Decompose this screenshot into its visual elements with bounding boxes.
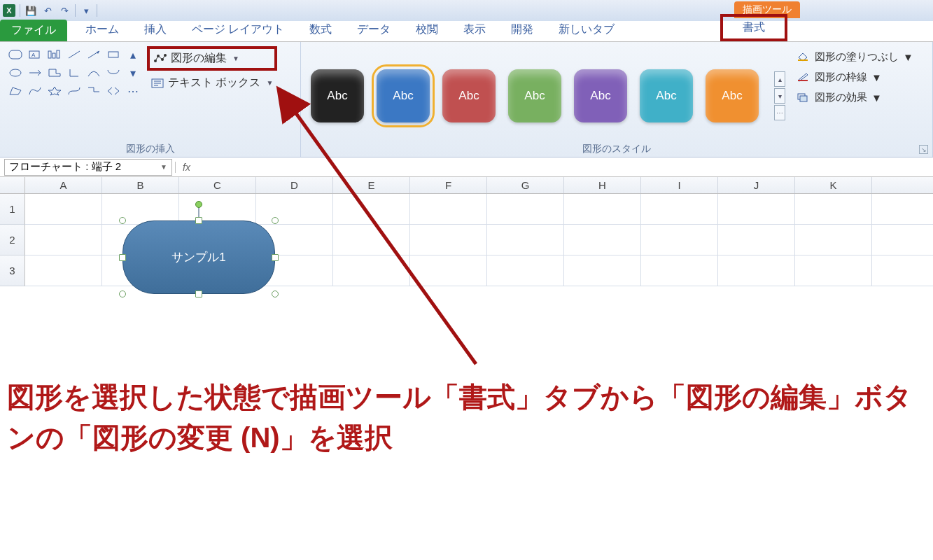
cell[interactable] [333,194,410,224]
cell[interactable] [718,225,795,255]
cell[interactable] [179,194,256,224]
cell[interactable] [102,194,179,224]
cell[interactable] [25,255,102,286]
resize-handle[interactable] [119,254,126,261]
column-header[interactable]: I [641,177,718,193]
shape-icon[interactable] [85,66,102,80]
tab-view[interactable]: 表示 [463,19,486,41]
cell[interactable] [641,255,718,286]
shape-style-item[interactable]: Abc [640,69,693,122]
cell[interactable] [795,225,872,255]
shape-icon[interactable] [85,84,102,98]
shape-icon[interactable] [66,48,83,62]
shape-style-item[interactable]: Abc [574,69,627,122]
column-header[interactable]: D [256,177,333,193]
column-header[interactable]: F [410,177,487,193]
resize-handle[interactable] [119,290,126,298]
shape-icon[interactable] [105,48,122,62]
save-icon[interactable]: 💾 [24,4,37,17]
cell[interactable] [410,194,487,224]
column-header[interactable]: C [179,177,256,193]
cell[interactable] [487,225,564,255]
cell[interactable] [333,225,410,255]
cell[interactable] [564,194,641,224]
shape-icon[interactable] [105,66,122,80]
shape-icon[interactable] [66,84,83,98]
cell[interactable] [333,255,410,286]
fx-icon[interactable]: fx [183,162,190,173]
tab-page-layout[interactable]: ページ レイアウト [192,19,284,41]
cell[interactable] [641,225,718,255]
column-header[interactable]: H [564,177,641,193]
worksheet-grid[interactable]: 123 サンプル1 [0,194,933,286]
shape-icon[interactable] [66,66,83,80]
tab-review[interactable]: 校閲 [416,19,438,41]
shape-icon[interactable] [46,48,63,62]
shape-icon[interactable] [46,84,63,98]
rotate-handle-icon[interactable] [195,201,202,208]
tab-developer[interactable]: 開発 [511,19,533,41]
cell[interactable] [564,225,641,255]
cell[interactable] [718,194,795,224]
shape-icon[interactable] [105,84,122,98]
shape-icon[interactable] [27,84,43,98]
cell[interactable] [25,194,102,224]
tab-data[interactable]: データ [357,19,391,41]
qat-more-icon[interactable]: ▾ [80,4,92,17]
tab-format[interactable]: 書式 [720,14,787,41]
column-header[interactable]: B [102,177,179,193]
cell[interactable] [410,255,487,286]
resize-handle[interactable] [272,217,279,224]
row-header[interactable]: 1 [0,194,25,225]
gallery-more-icon[interactable]: ⋯ [125,84,141,98]
cell[interactable] [256,194,333,224]
cell[interactable] [641,194,718,224]
tab-home[interactable]: ホーム [85,19,119,41]
cell[interactable] [718,255,795,286]
column-header[interactable]: G [487,177,564,193]
shape-icon[interactable] [46,66,63,80]
shape-icon[interactable]: A [27,48,43,62]
column-header[interactable]: J [718,177,795,193]
undo-icon[interactable]: ↶ [41,4,54,17]
select-all-corner[interactable] [0,177,25,193]
column-header[interactable]: E [333,177,410,193]
shape-style-item[interactable]: Abc [706,69,759,122]
selected-shape[interactable]: サンプル1 [122,220,275,294]
cell[interactable] [487,194,564,224]
name-box[interactable]: フローチャート : 端子 2 ▼ [4,159,172,176]
shape-effects-button[interactable]: 図形の効果▼ [797,91,913,104]
shape-style-item[interactable]: Abc [442,69,496,122]
shape-outline-button[interactable]: 図形の枠線▼ [797,71,913,84]
redo-icon[interactable]: ↷ [58,4,71,17]
shape-fill-button[interactable]: 図形の塗りつぶし▼ [797,50,913,64]
cell[interactable] [795,194,872,224]
resize-handle[interactable] [272,290,279,298]
cell[interactable] [795,255,872,286]
shape-icon[interactable] [7,66,24,80]
gallery-nav-icon[interactable]: ⋯ [774,105,785,120]
gallery-scroll-up-icon[interactable]: ▴ [125,48,141,62]
cell[interactable] [487,255,564,286]
resize-handle[interactable] [195,290,202,298]
tab-file[interactable]: ファイル [0,20,67,41]
shape-style-item[interactable]: Abc [311,69,364,122]
shape-style-item[interactable]: Abc [377,69,430,122]
gallery-nav-icon[interactable]: ▴ [774,71,785,87]
resize-handle[interactable] [119,217,126,224]
edit-shape-button[interactable]: 図形の編集 ▼ [147,46,277,71]
text-box-button[interactable]: テキスト ボックス ▼ [147,74,277,92]
shape-icon[interactable] [85,48,102,62]
cell[interactable] [410,225,487,255]
row-header[interactable]: 3 [0,255,25,286]
column-header[interactable]: K [795,177,872,193]
tab-insert[interactable]: 挿入 [144,19,167,41]
cell[interactable] [25,225,102,255]
cell[interactable] [564,255,641,286]
name-box-dropdown-icon[interactable]: ▼ [160,163,167,171]
row-header[interactable]: 2 [0,225,25,255]
shape-icon[interactable] [7,48,24,62]
dialog-launcher-icon[interactable]: ↘ [919,145,928,154]
gallery-nav-icon[interactable]: ▾ [774,88,785,104]
resize-handle[interactable] [195,217,202,224]
